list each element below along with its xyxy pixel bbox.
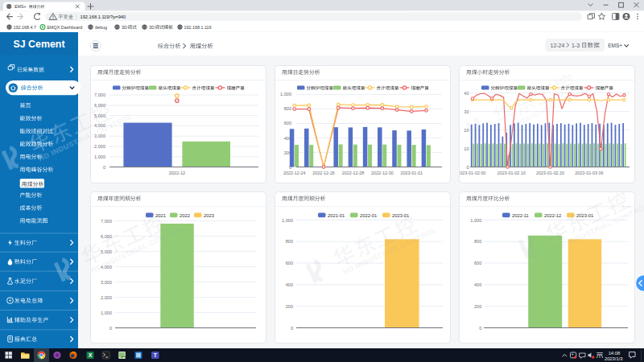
- svg-text:6,000: 6,000: [101, 234, 112, 239]
- svg-text:1,000: 1,000: [470, 218, 481, 223]
- svg-text:2023/1/3: 2023/1/3: [605, 356, 623, 361]
- svg-text:0: 0: [291, 326, 293, 331]
- svg-text:2022-12: 2022-12: [169, 171, 186, 175]
- svg-text:2022-12-30: 2022-12-30: [371, 171, 394, 175]
- svg-text:600: 600: [474, 261, 481, 265]
- svg-text:EMQX Dashboard: EMQX Dashboard: [47, 25, 83, 30]
- svg-text:2023-01: 2023-01: [392, 213, 409, 218]
- svg-text:2022-01: 2022-01: [360, 213, 377, 218]
- svg-text:2022-12-26: 2022-12-26: [312, 171, 335, 175]
- svg-text:14:08: 14:08: [609, 351, 621, 356]
- svg-text:400: 400: [474, 282, 481, 287]
- svg-text:1,000: 1,000: [282, 218, 293, 223]
- svg-text:3D: 3D: [122, 25, 127, 30]
- svg-text:debug: debug: [95, 25, 107, 30]
- svg-text:600: 600: [286, 261, 293, 265]
- svg-text:400: 400: [286, 282, 293, 287]
- svg-text:800: 800: [286, 239, 293, 244]
- svg-text:200: 200: [286, 304, 293, 309]
- svg-text:2023: 2023: [204, 213, 214, 218]
- svg-text:2023-01-03 06: 2023-01-03 06: [575, 171, 603, 175]
- svg-text:2022-12: 2022-12: [544, 213, 561, 218]
- svg-text:192.168.4.7: 192.168.4.7: [14, 25, 36, 30]
- svg-text:800: 800: [284, 106, 291, 111]
- svg-text:7,000: 7,000: [101, 219, 112, 224]
- svg-text:1,000: 1,000: [94, 154, 105, 159]
- svg-text:EMS+: EMS+: [608, 43, 622, 48]
- svg-text:023-01-02 00: 023-01-02 00: [460, 171, 485, 175]
- svg-text:2022-12-24: 2022-12-24: [283, 171, 306, 175]
- svg-text:2022-11: 2022-11: [512, 213, 529, 218]
- svg-text:0: 0: [466, 165, 469, 170]
- svg-text:2022: 2022: [180, 213, 190, 218]
- svg-text:0: 0: [109, 326, 112, 331]
- svg-text:2023-01-02 10: 2023-01-02 10: [497, 171, 526, 175]
- svg-text:1-3: 1-3: [572, 43, 580, 48]
- svg-text:SJ Cement: SJ Cement: [13, 39, 64, 50]
- svg-text:1,000: 1,000: [280, 92, 291, 97]
- svg-text:30: 30: [464, 109, 469, 114]
- svg-text:10: 10: [464, 146, 469, 151]
- svg-text:12-24: 12-24: [551, 43, 565, 48]
- svg-text:2022-12-28: 2022-12-28: [342, 171, 365, 175]
- svg-text:800: 800: [474, 239, 481, 244]
- svg-text:192.168.1.119: 192.168.1.119: [184, 25, 212, 30]
- svg-text:X: X: [89, 352, 93, 358]
- svg-text:2021-01: 2021-01: [328, 213, 345, 218]
- svg-text:2,000: 2,000: [101, 295, 112, 300]
- svg-text:1,000: 1,000: [101, 311, 112, 315]
- svg-text:3,000: 3,000: [101, 280, 112, 285]
- svg-text:0: 0: [103, 165, 105, 170]
- svg-text:2023-01-01: 2023-01-01: [401, 171, 423, 175]
- svg-text:2,000: 2,000: [94, 144, 105, 149]
- svg-text:192.168.1.119/?p=940: 192.168.1.119/?p=940: [80, 14, 126, 19]
- svg-text:600: 600: [284, 121, 291, 125]
- svg-text:200: 200: [474, 304, 481, 309]
- svg-text:3D: 3D: [149, 25, 155, 30]
- svg-text:0: 0: [479, 326, 481, 331]
- svg-text:EMS+: EMS+: [14, 4, 27, 9]
- svg-text:2023-01-02 20: 2023-01-02 20: [536, 171, 564, 175]
- svg-text:7,000: 7,000: [94, 93, 105, 97]
- svg-text:40: 40: [464, 91, 469, 96]
